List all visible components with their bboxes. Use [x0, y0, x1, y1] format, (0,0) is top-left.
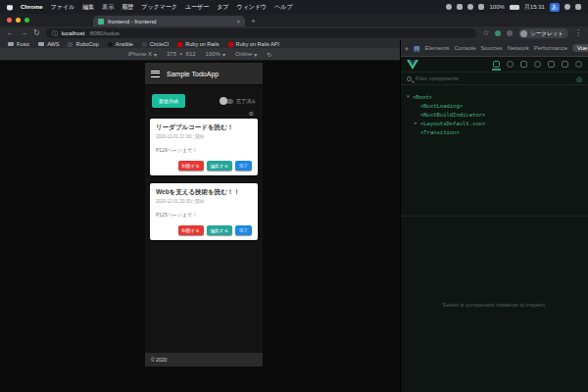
menu-view[interactable]: 表示: [102, 3, 114, 12]
tree-node-root[interactable]: ▼ <Root>: [407, 92, 588, 101]
performance-tab-icon[interactable]: [548, 61, 555, 68]
tab-vue[interactable]: Vue: [572, 44, 588, 52]
components-tab-icon[interactable]: [493, 61, 500, 68]
menubar-app-name[interactable]: Chrome: [21, 4, 43, 10]
bookmark-rails[interactable]: Ruby on Rails: [177, 41, 219, 47]
edit-button[interactable]: 編集する: [207, 225, 232, 235]
chrome-tabstrip: frontend - frontend × +: [0, 14, 588, 26]
devtools-tabbar: ⌖ ▤ Elements Console Sources Network Per…: [401, 40, 588, 57]
todo-card: Webを支える技術を読む！！ 2020-12-01 20:30に開始 P125ペ…: [150, 183, 258, 240]
menu-bookmarks[interactable]: ブックマーク: [141, 3, 177, 12]
status-icon[interactable]: [446, 4, 452, 10]
site-icon: [177, 42, 182, 47]
select-component-icon[interactable]: ◎: [576, 75, 582, 82]
menu-help[interactable]: ヘルプ: [274, 3, 292, 12]
complete-button[interactable]: 完了: [235, 161, 252, 171]
menu-file[interactable]: ファイル: [51, 3, 75, 12]
battery-percent: 100%: [489, 4, 504, 10]
routing-tab-icon[interactable]: [534, 61, 541, 68]
todo-note: P128ページまで！: [156, 147, 252, 153]
control-center-icon[interactable]: [575, 4, 581, 10]
back-icon[interactable]: ←: [6, 29, 14, 37]
spotlight-icon[interactable]: [564, 4, 570, 10]
new-tab-button[interactable]: +: [251, 17, 256, 26]
toggle-label: 完了済み: [236, 98, 256, 104]
tab-close-icon[interactable]: ×: [236, 19, 240, 24]
bookmark-fusic[interactable]: Fusic: [8, 41, 29, 47]
menu-window[interactable]: ウィンドウ: [237, 3, 268, 12]
window-minimize-button[interactable]: [16, 18, 21, 23]
browser-tab[interactable]: frontend - frontend ×: [93, 16, 245, 26]
bookmark-rubocop[interactable]: RuboCop: [68, 41, 98, 47]
url-path: :8080/todos: [88, 30, 119, 36]
tab-elements[interactable]: Elements: [425, 45, 450, 51]
extension-icon[interactable]: [495, 30, 501, 36]
tab-console[interactable]: Console: [455, 45, 476, 51]
todo-started: 2020-12-01 20:30に開始: [156, 199, 252, 204]
reload-icon[interactable]: ↻: [33, 29, 40, 37]
tree-node-transition[interactable]: <Transition>: [407, 127, 588, 136]
delete-button[interactable]: 削除する: [178, 225, 204, 235]
tree-node-nuxtbuildindicator[interactable]: <NuxtBuildIndicator>: [407, 110, 588, 119]
window-close-button[interactable]: [7, 18, 12, 23]
inspect-element-icon[interactable]: ⌖: [405, 45, 409, 52]
tree-node-nuxtloading[interactable]: <NuxtLoading>: [407, 101, 588, 110]
component-inspector: Select a component instance to inspect.: [401, 216, 588, 392]
create-todo-button[interactable]: 新規作成: [152, 94, 185, 108]
extension-icon[interactable]: [507, 30, 513, 36]
status-icon[interactable]: [478, 4, 484, 10]
tab-network[interactable]: Network: [508, 45, 529, 51]
bookmark-rails-api[interactable]: Ruby on Rails API: [228, 41, 279, 47]
hamburger-menu-icon[interactable]: [151, 71, 160, 77]
apple-icon[interactable]: [7, 4, 13, 11]
menu-tabs[interactable]: タブ: [217, 3, 228, 12]
vue-logo-icon: [407, 60, 418, 70]
device-toolbar-icon[interactable]: ▤: [414, 45, 420, 52]
device-select[interactable]: iPhone X ▾: [128, 51, 157, 58]
gear-icon[interactable]: ⚙: [249, 111, 254, 117]
tree-node-layoutsdefault[interactable]: ▶ <LayoutsDefault.vue>: [407, 119, 588, 127]
zoom-select[interactable]: 100% ▾: [206, 51, 225, 58]
menu-users[interactable]: ユーザー: [185, 3, 209, 12]
edit-button[interactable]: 編集する: [207, 161, 232, 171]
menu-edit[interactable]: 編集: [82, 3, 94, 12]
delete-button[interactable]: 削除する: [178, 161, 204, 171]
incognito-avatar: [520, 30, 527, 37]
chrome-menu-icon[interactable]: ⋮: [574, 29, 582, 37]
site-info-icon[interactable]: ⓘ: [52, 29, 58, 38]
complete-button[interactable]: 完了: [235, 225, 252, 235]
component-filter-input[interactable]: [416, 75, 572, 81]
device-dimensions[interactable]: 375 × 812: [167, 51, 196, 57]
toggle-switch[interactable]: [220, 99, 233, 104]
bookmark-star-icon[interactable]: ☆: [482, 29, 489, 37]
url-input[interactable]: ⓘ localhost :8080/todos: [46, 28, 476, 38]
rotate-icon[interactable]: ↻: [267, 51, 271, 58]
settings-tab-icon[interactable]: [562, 61, 568, 68]
ime-badge[interactable]: あ: [550, 3, 560, 12]
bookmark-ansible[interactable]: Ansible: [108, 41, 133, 47]
status-icon[interactable]: [467, 4, 473, 10]
status-icon[interactable]: [457, 4, 463, 10]
throttle-select[interactable]: Online ▾: [235, 51, 257, 58]
profile-chip[interactable]: シークレット: [518, 28, 568, 38]
menubar-clock[interactable]: 月15:31: [524, 3, 545, 12]
site-icon: [228, 42, 233, 47]
tab-performance[interactable]: Performance: [534, 45, 567, 51]
devtools-panel: ⌖ ▤ Elements Console Sources Network Per…: [400, 40, 588, 392]
window-zoom-button[interactable]: [24, 18, 29, 23]
tab-sources[interactable]: Sources: [481, 45, 503, 51]
search-icon: [407, 76, 412, 81]
vuex-tab-icon[interactable]: [507, 61, 514, 68]
completed-toggle[interactable]: 完了済み: [220, 98, 256, 104]
device-emulation-toolbar: iPhone X ▾ 375 × 812 100% ▾ Online ▾ ↻: [0, 48, 400, 61]
folder-icon: [38, 42, 44, 46]
menu-history[interactable]: 履歴: [122, 3, 133, 12]
events-tab-icon[interactable]: [520, 61, 527, 68]
site-icon: [68, 42, 73, 47]
app-body: 新規作成 完了済み ⚙ リーダブルコードを読む！ 2020-12-01 21:3…: [145, 84, 263, 353]
bookmark-circleci[interactable]: CircleCI: [142, 41, 170, 47]
bookmark-aws[interactable]: AWS: [38, 41, 59, 47]
forward-icon[interactable]: →: [20, 29, 27, 37]
refresh-icon[interactable]: [575, 61, 582, 68]
tab-favicon: [98, 19, 104, 24]
